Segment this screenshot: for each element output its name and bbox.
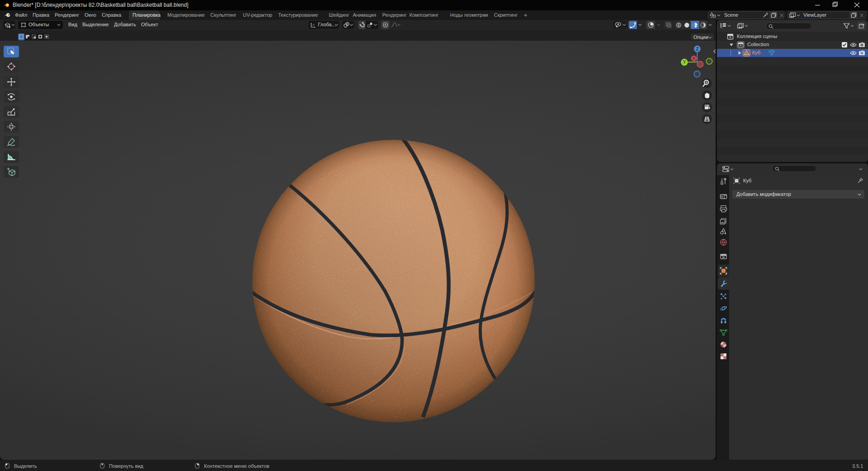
svg-text:Y: Y — [683, 60, 686, 65]
svg-text:X: X — [693, 56, 695, 61]
svg-text:Z: Z — [696, 47, 698, 52]
